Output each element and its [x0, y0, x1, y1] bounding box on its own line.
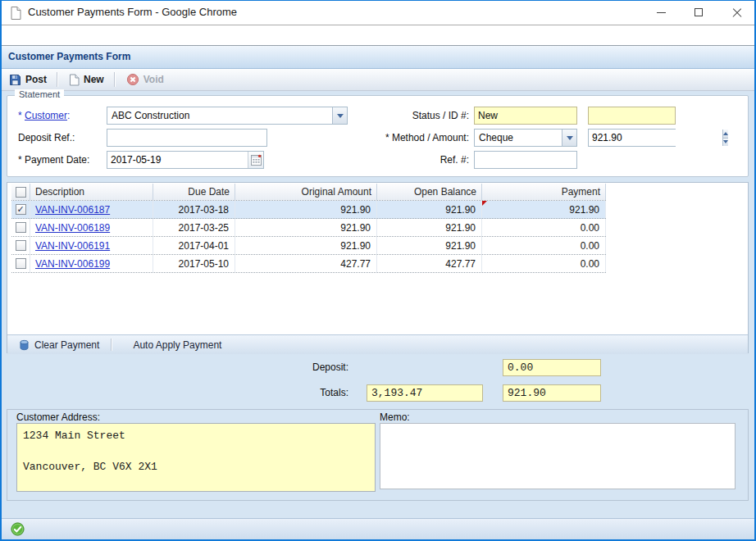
row-checkbox-cell[interactable]	[11, 255, 30, 272]
titlebar-spacer	[0, 25, 756, 46]
status-id-label: Status / ID #:	[271, 107, 469, 125]
memo-label: Memo:	[380, 411, 410, 423]
chevron-down-icon	[723, 140, 728, 143]
open-balance-cell: 921.90	[377, 237, 482, 254]
invoice-description-cell: VAN-INV-006187	[30, 201, 153, 218]
deposit-label: Deposit:	[201, 359, 348, 376]
spin-up-button[interactable]	[723, 130, 728, 139]
row-checkbox[interactable]	[16, 258, 26, 269]
minimize-button[interactable]	[649, 0, 673, 25]
invoice-table-body: ✓VAN-INV-0061872017-03-18921.90921.90921…	[11, 201, 606, 273]
payment-actions-bar: Clear Payment Auto Apply Payment	[7, 334, 748, 354]
invoice-link[interactable]: VAN-INV-006189	[35, 222, 110, 234]
page-content: Customer Payments Form Post New	[0, 46, 756, 539]
void-button: Void	[119, 70, 171, 89]
open-balance-cell: 427.77	[377, 255, 482, 272]
original-amount-cell: 921.90	[235, 219, 377, 236]
statement-legend: Statement	[15, 89, 64, 99]
invoice-table: Description Due Date Original Amount Ope…	[11, 184, 606, 273]
amount-input[interactable]	[589, 130, 722, 146]
spin-down-button[interactable]	[723, 139, 728, 147]
table-row[interactable]: VAN-INV-0061892017-03-25921.90921.900.00	[11, 219, 606, 237]
new-button-label: New	[84, 74, 104, 85]
post-button[interactable]: Post	[2, 70, 54, 89]
open-balance-cell: 921.90	[377, 201, 482, 218]
maximize-button[interactable]	[686, 0, 711, 25]
ref-no-input[interactable]	[474, 151, 577, 169]
form-header: Customer Payments Form	[0, 46, 756, 69]
deposit-total-field: 0.00	[503, 359, 601, 376]
status-ok-icon	[11, 522, 25, 536]
invoice-grid-panel: Description Due Date Original Amount Ope…	[7, 182, 749, 353]
invoice-link[interactable]: VAN-INV-006199	[35, 258, 110, 270]
row-checkbox-cell[interactable]	[11, 237, 30, 254]
header-checkbox[interactable]	[16, 187, 26, 198]
void-button-label: Void	[143, 74, 164, 85]
modified-flag-icon	[482, 201, 487, 206]
method-combobox[interactable]: Cheque	[474, 129, 577, 147]
payment-date-label: * Payment Date:	[18, 151, 89, 169]
due-date-cell: 2017-03-18	[153, 201, 235, 218]
auto-apply-payment-button[interactable]: Auto Apply Payment	[126, 337, 228, 353]
deposit-ref-input[interactable]	[107, 129, 267, 147]
customer-link[interactable]: Customer	[25, 110, 67, 121]
payment-date-field[interactable]	[107, 151, 264, 169]
method-amount-label: * Method / Amount:	[271, 129, 469, 147]
toolbar-separator	[114, 72, 115, 87]
toolbar-separator	[57, 72, 57, 87]
method-dropdown-trigger[interactable]	[562, 130, 576, 146]
clear-payment-label: Clear Payment	[34, 339, 99, 351]
memo-textarea[interactable]	[380, 423, 736, 489]
save-icon	[9, 74, 21, 86]
clear-payment-button[interactable]: Clear Payment	[12, 337, 106, 353]
deposit-ref-label: Deposit Ref.:	[18, 129, 75, 147]
calendar-picker-button[interactable]	[248, 152, 263, 168]
invoice-link[interactable]: VAN-INV-006191	[35, 240, 110, 252]
customer-label[interactable]: * Customer:	[18, 107, 70, 125]
column-header-payment[interactable]: Payment	[482, 184, 606, 200]
customer-address-label: Customer Address:	[16, 411, 100, 423]
payment-cell[interactable]: 0.00	[482, 219, 606, 236]
status-field	[474, 107, 577, 125]
customer-address-textarea: 1234 Main Street Vancouver, BC V6X 2X1	[16, 423, 376, 492]
close-icon	[731, 7, 743, 18]
method-value: Cheque	[475, 130, 562, 146]
payment-date-input[interactable]	[107, 152, 248, 168]
invoice-description-cell: VAN-INV-006189	[30, 219, 153, 236]
totals-label: Totals:	[201, 384, 348, 402]
payment-cell[interactable]: 921.90	[482, 201, 606, 218]
column-header-description[interactable]: Description	[30, 184, 153, 200]
chevron-down-icon	[567, 136, 573, 140]
table-row[interactable]: VAN-INV-0061992017-05-10427.77427.770.00	[11, 255, 606, 273]
window-title: Customer Payments Form - Google Chrome	[28, 0, 237, 25]
column-header-due-date[interactable]: Due Date	[153, 184, 235, 200]
row-checkbox-cell[interactable]: ✓	[11, 201, 30, 218]
row-checkbox[interactable]	[16, 240, 26, 251]
due-date-cell: 2017-03-25	[153, 219, 235, 236]
amount-spin-buttons	[722, 130, 728, 146]
payment-cell[interactable]: 0.00	[482, 255, 606, 272]
toolbar-separator	[111, 339, 112, 351]
table-row[interactable]: ✓VAN-INV-0061872017-03-18921.90921.90921…	[11, 201, 606, 219]
invoice-link[interactable]: VAN-INV-006187	[35, 204, 110, 216]
column-header-original-amount[interactable]: Original Amount	[235, 184, 377, 200]
table-row[interactable]: VAN-INV-0061912017-04-01921.90921.900.00	[11, 237, 606, 255]
column-header-open-balance[interactable]: Open Balance	[377, 184, 482, 200]
amount-spinner[interactable]	[588, 129, 676, 147]
open-balance-cell: 921.90	[377, 219, 482, 236]
window-titlebar: Customer Payments Form - Google Chrome	[0, 0, 756, 25]
row-checkbox[interactable]: ✓	[16, 204, 26, 215]
total-open-balance-field: 3,193.47	[367, 384, 483, 402]
page-title: Customer Payments Form	[0, 46, 756, 68]
header-checkbox-cell[interactable]	[11, 184, 30, 200]
close-button[interactable]	[723, 0, 751, 25]
ref-no-label: Ref. #:	[271, 151, 469, 169]
new-button[interactable]: New	[61, 70, 112, 89]
main-toolbar: Post New Void	[0, 69, 756, 91]
row-checkbox[interactable]	[16, 222, 26, 233]
row-checkbox-cell[interactable]	[11, 219, 30, 236]
payment-cell[interactable]: 0.00	[482, 237, 606, 254]
clear-payment-icon	[19, 339, 30, 351]
invoice-table-header: Description Due Date Original Amount Ope…	[11, 184, 606, 201]
post-button-label: Post	[25, 74, 47, 85]
